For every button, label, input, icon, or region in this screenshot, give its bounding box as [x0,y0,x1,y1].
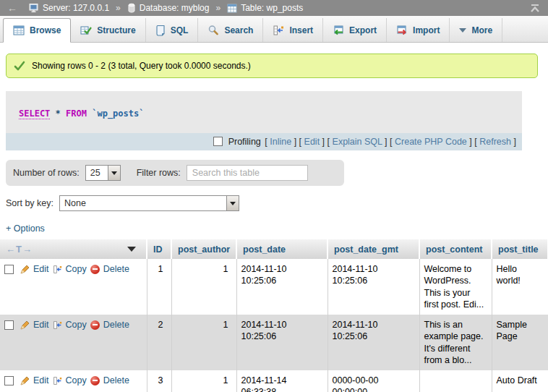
sql-star: * [56,108,61,119]
cell-post-title: Auto Draft [492,370,548,392]
edit-query-link[interactable]: Edit [304,137,320,147]
bracket: ] [294,137,296,147]
sql-keyword-select[interactable]: SELECT [19,108,50,119]
profiling-label[interactable]: Profiling [228,137,261,147]
edit-row-link[interactable]: Edit [33,263,49,275]
cell-id: 2 [147,315,171,370]
column-header-post-date-gmt[interactable]: post_date_gmt [327,239,419,259]
rows-control-bar: Number of rows: 25 Filter rows: [6,160,344,186]
delete-row-icon[interactable] [90,376,100,385]
delete-row-link[interactable]: Delete [103,375,129,386]
breadcrumb-server[interactable]: Server: 127.0.0.1 [43,3,109,13]
cell-post-author: 1 [171,315,236,370]
status-message: Showing rows 0 - 2 (3 total, Query took … [6,54,538,78]
number-of-rows-select[interactable]: 25 [85,165,121,181]
sql-query-box: SELECT * FROM `wp_posts` Profiling [ Inl… [6,91,522,150]
results-table: ←T→ ID post_author post_date post_date_g… [0,239,548,392]
delete-row-link[interactable]: Delete [103,319,129,331]
delete-row-link[interactable]: Delete [103,263,129,275]
column-header-post-author[interactable]: post_author [171,239,236,259]
delete-row-icon[interactable] [90,320,100,330]
sort-by-key-label: Sort by key: [6,198,53,208]
database-icon [127,3,136,13]
options-toggle-link[interactable]: + Options [6,223,45,234]
row-checkbox[interactable] [4,265,14,274]
tab-insert[interactable]: Insert [263,18,323,42]
browse-table-icon [13,25,25,36]
cell-post-date-gmt: 2014-11-10 10:25:06 [327,315,419,370]
row-checkbox[interactable] [4,320,14,330]
column-header-id[interactable]: ID [147,239,171,259]
sql-file-icon [155,25,166,36]
column-header-post-title[interactable]: post_title [492,239,548,259]
chevron-down-icon [459,28,466,33]
tab-more[interactable]: More [450,18,502,42]
copy-row-link[interactable]: Copy [66,263,87,275]
table-row: Edit Copy Delete 3 1 2014-11-14 06:33:38… [0,370,548,392]
sort-control-row: Sort by key: None [6,195,548,211]
cell-post-date: 2014-11-14 06:33:38 [236,370,327,392]
tab-sql[interactable]: SQL [146,18,199,42]
sort-descending-icon[interactable] [127,247,136,252]
filter-rows-input[interactable] [187,165,308,181]
tab-structure[interactable]: Structure [71,18,145,42]
explain-sql-link[interactable]: Explain SQL [333,137,382,147]
tab-export[interactable]: Export [323,18,387,42]
back-arrow-icon[interactable]: ← [7,2,17,14]
table-header-row: ←T→ ID post_author post_date post_date_g… [0,239,548,259]
edit-pencil-icon[interactable] [20,320,30,330]
copy-row-icon[interactable] [53,376,62,385]
edit-pencil-icon[interactable] [20,376,30,385]
profiling-checkbox[interactable] [213,137,223,146]
sort-by-key-select[interactable]: None [59,195,239,211]
copy-row-icon[interactable] [53,265,62,274]
copy-row-link[interactable]: Copy [66,375,87,386]
sql-table-name: `wp_posts` [92,108,144,119]
tab-label: Import [413,25,440,35]
number-of-rows-label: Number of rows: [13,168,80,178]
insert-row-icon [273,25,284,36]
bracket: ] [385,137,387,147]
cell-post-date: 2014-11-10 10:25:06 [236,259,327,315]
tab-label: Export [349,25,377,35]
breadcrumb-database[interactable]: Database: myblog [140,3,210,13]
collapse-icon[interactable] [529,4,541,13]
column-header-actions[interactable]: ←T→ [0,239,147,259]
breadcrumb-bar: ← Server: 127.0.0.1 » Database: myblog »… [0,0,548,16]
copy-row-icon[interactable] [53,320,62,330]
chevron-down-icon [230,202,236,205]
number-of-rows-value: 25 [86,166,108,180]
cell-id: 1 [147,259,171,315]
copy-row-link[interactable]: Copy [66,319,87,331]
delete-row-icon[interactable] [90,265,100,274]
row-checkbox[interactable] [4,376,14,385]
tab-label: Search [224,25,253,35]
sql-query-text: SELECT * FROM `wp_posts` [6,91,522,133]
table-row: Edit Copy Delete 2 1 2014-11-10 10:25:06… [0,315,548,370]
column-header-post-date[interactable]: post_date [236,239,327,259]
sql-tools-bar: Profiling [ Inline ] [ Edit ] [ Explain … [6,133,522,150]
cell-post-content: Welcome to WordPress. This is your first… [419,259,492,315]
edit-row-link[interactable]: Edit [33,319,49,331]
breadcrumb-table[interactable]: Table: wp_posts [241,3,303,13]
refresh-link[interactable]: Refresh [479,137,511,147]
cell-post-author: 1 [171,259,236,315]
tab-import[interactable]: Import [387,18,450,42]
tab-browse[interactable]: Browse [3,18,71,43]
bracket: ] [514,137,516,147]
table-icon [227,4,237,13]
bracket: [ [327,137,330,147]
create-php-code-link[interactable]: Create PHP Code [395,137,467,147]
tab-search[interactable]: Search [198,18,263,42]
inline-link[interactable]: Inline [270,137,291,147]
transpose-nav-icon[interactable]: ←T→ [6,244,33,255]
edit-pencil-icon[interactable] [20,265,30,274]
edit-row-link[interactable]: Edit [33,375,49,386]
sql-keyword-from: FROM [66,108,87,119]
cell-post-date: 2014-11-10 10:25:06 [236,315,327,370]
cell-id: 3 [147,370,171,392]
select-arrow-button[interactable] [226,196,239,210]
tab-label: More [471,25,492,35]
column-header-post-content[interactable]: post_content [419,239,492,259]
select-arrow-button[interactable] [108,166,120,180]
